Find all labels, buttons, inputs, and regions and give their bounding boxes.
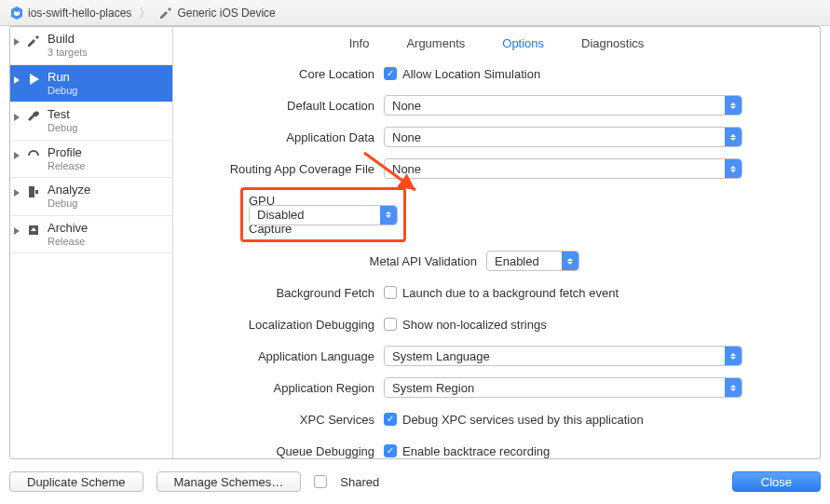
breadcrumb-bar: ios-swift-hello-places 〉 Generic iOS Dev…	[0, 0, 830, 26]
queue-debugging-text: Enable backtrace recording	[402, 444, 550, 458]
sidebar-item-archive[interactable]: ArchiveRelease	[10, 216, 172, 254]
application-data-label: Application Data	[188, 130, 384, 144]
hammer-icon	[158, 6, 173, 20]
default-location-label: Default Location	[188, 99, 384, 113]
localization-debugging-checkbox[interactable]	[384, 318, 397, 331]
options-form: Core Location Allow Location Simulation …	[173, 59, 820, 458]
scheme-editor: Build3 targets RunDebug TestDebug Profil…	[9, 26, 821, 459]
sidebar-item-analyze[interactable]: AnalyzeDebug	[10, 178, 172, 216]
scheme-sidebar: Build3 targets RunDebug TestDebug Profil…	[10, 27, 173, 458]
allow-location-label: Allow Location Simulation	[402, 67, 540, 81]
wrench-icon	[25, 108, 42, 125]
svg-rect-1	[35, 190, 38, 194]
queue-debugging-checkbox[interactable]	[384, 444, 397, 457]
close-button[interactable]: Close	[732, 471, 821, 492]
localization-debugging-label: Localization Debugging	[188, 318, 384, 332]
application-data-select[interactable]: None	[384, 127, 742, 147]
svg-rect-0	[29, 186, 34, 198]
gauge-icon	[25, 146, 42, 163]
application-region-label: Application Region	[188, 381, 384, 395]
xpc-services-label: XPC Services	[188, 413, 384, 427]
breadcrumb-target[interactable]: Generic iOS Device	[158, 6, 275, 20]
xpc-services-text: Debug XPC services used by this applicat…	[402, 413, 644, 427]
shared-checkbox[interactable]	[314, 475, 327, 488]
shared-label: Shared	[340, 475, 379, 489]
application-language-label: Application Language	[188, 349, 384, 363]
content-pane: Info Arguments Options Diagnostics Core …	[173, 27, 820, 458]
hammer-icon	[25, 33, 42, 49]
xpc-services-checkbox[interactable]	[384, 413, 397, 426]
dialog-footer: Duplicate Scheme Manage Schemes… Shared …	[9, 467, 821, 497]
gpu-frame-capture-select[interactable]: Disabled	[249, 205, 398, 225]
routing-file-select[interactable]: None	[384, 158, 742, 179]
queue-debugging-label: Queue Debugging	[188, 444, 384, 458]
gpu-frame-capture-highlight: GPU Frame Capture Disabled	[240, 187, 406, 242]
tab-arguments[interactable]: Arguments	[406, 36, 465, 50]
localization-debugging-text: Show non-localized strings	[402, 318, 547, 332]
metal-validation-select[interactable]: Enabled	[486, 251, 579, 271]
application-language-select[interactable]: System Language	[384, 346, 742, 366]
background-fetch-checkbox[interactable]	[384, 286, 397, 299]
breadcrumb-project[interactable]: ios-swift-hello-places	[9, 6, 131, 20]
sidebar-item-build[interactable]: Build3 targets	[10, 27, 172, 65]
play-icon	[25, 71, 42, 88]
metal-validation-label: Metal API Validation	[188, 254, 486, 268]
archive-icon	[25, 222, 42, 238]
tab-diagnostics[interactable]: Diagnostics	[581, 36, 644, 50]
routing-file-label: Routing App Coverage File	[188, 162, 384, 176]
sidebar-item-test[interactable]: TestDebug	[10, 102, 172, 141]
tab-info[interactable]: Info	[349, 36, 370, 50]
breadcrumb-separator: 〉	[139, 5, 151, 21]
duplicate-scheme-button[interactable]: Duplicate Scheme	[9, 471, 143, 492]
default-location-select[interactable]: None	[384, 95, 742, 116]
sidebar-item-profile[interactable]: ProfileRelease	[10, 141, 172, 179]
tab-bar: Info Arguments Options Diagnostics	[173, 27, 820, 59]
background-fetch-label: Background Fetch	[188, 286, 384, 300]
manage-schemes-button[interactable]: Manage Schemes…	[156, 471, 302, 492]
core-location-label: Core Location	[188, 67, 384, 81]
analyze-icon	[25, 184, 42, 200]
application-region-select[interactable]: System Region	[384, 377, 742, 398]
xcode-project-icon	[9, 6, 24, 20]
sidebar-item-run[interactable]: RunDebug	[10, 65, 172, 103]
tab-options[interactable]: Options	[502, 36, 544, 50]
allow-location-checkbox[interactable]	[384, 67, 397, 80]
background-fetch-text: Launch due to a background fetch event	[402, 286, 619, 300]
